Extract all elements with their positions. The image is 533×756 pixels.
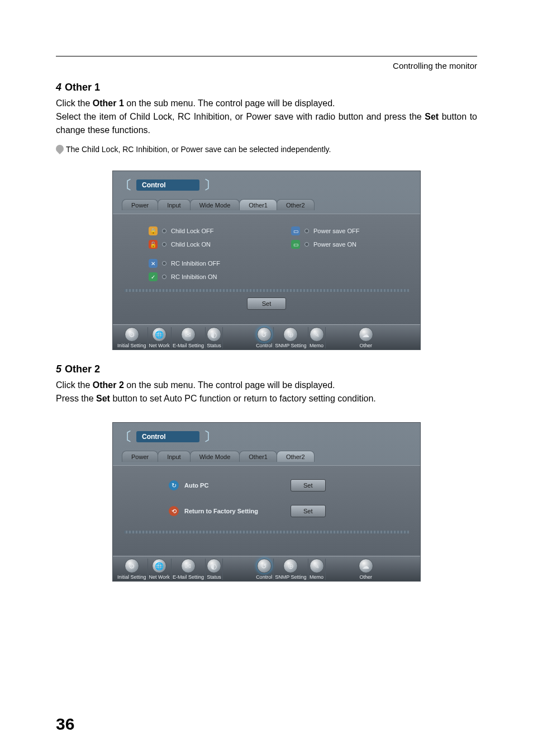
nav-control[interactable]: ↺Control bbox=[255, 327, 274, 348]
nav-label: Status bbox=[207, 343, 221, 348]
nav-control[interactable]: ↺Control bbox=[255, 559, 274, 580]
status-icon: ◐ bbox=[207, 559, 221, 573]
lock-open-icon: 🔓 bbox=[149, 240, 158, 249]
footer-nav: ⚙Initial Setting 🌐Net Work ✉E-Mail Setti… bbox=[113, 556, 420, 581]
nav-label: Memo bbox=[310, 574, 323, 580]
nav-label: Other bbox=[359, 574, 372, 580]
nav-label: Memo bbox=[310, 343, 323, 348]
set-button[interactable]: Set bbox=[247, 297, 287, 310]
nav-label: SNMP Setting bbox=[275, 574, 306, 580]
nav-label: Control bbox=[256, 574, 272, 580]
tab-other2[interactable]: Other2 bbox=[277, 199, 315, 210]
nav-memo[interactable]: ✎Memo bbox=[308, 327, 326, 348]
nav-label: Net Work bbox=[149, 574, 170, 580]
nav-other[interactable]: ☁Other bbox=[358, 327, 374, 348]
other-icon: ☁ bbox=[359, 559, 373, 573]
control-panel-other2: 〔 Control 〕 Power Input Wide Mode Other1… bbox=[112, 422, 421, 582]
radio-icon bbox=[162, 275, 166, 279]
nav-label: Initial Setting bbox=[117, 574, 146, 580]
section-number: 4 bbox=[56, 82, 61, 93]
radio-label: Power save OFF bbox=[313, 228, 360, 234]
nav-snmp-setting[interactable]: ⊕SNMP Setting bbox=[274, 559, 308, 580]
section-4-note: The Child Lock, RC Inhibition, or Power … bbox=[56, 145, 477, 154]
radio-label: RC Inhibition OFF bbox=[171, 260, 220, 267]
nav-net-work[interactable]: 🌐Net Work bbox=[148, 327, 172, 348]
nav-label: Control bbox=[256, 343, 272, 348]
bracket-icon: 〔 bbox=[120, 428, 132, 445]
nav-label: SNMP Setting bbox=[275, 343, 306, 348]
radio-icon bbox=[162, 261, 166, 266]
wrench-icon: ⚙ bbox=[125, 327, 139, 342]
monitor-on-icon: ▭ bbox=[291, 240, 300, 249]
note-text: The Child Lock, RC Inhibition, or Power … bbox=[66, 145, 331, 154]
radio-label: Child Lock ON bbox=[171, 241, 211, 248]
nav-initial-setting[interactable]: ⚙Initial Setting bbox=[116, 327, 148, 348]
tab-wide-mode[interactable]: Wide Mode bbox=[190, 199, 240, 210]
radio-icon bbox=[304, 242, 309, 247]
status-icon: ◐ bbox=[207, 327, 221, 342]
tabs-row: Power Input Wide Mode Other1 Other2 bbox=[122, 451, 413, 462]
nav-snmp-setting[interactable]: ⊕SNMP Setting bbox=[274, 327, 308, 348]
page-number: 36 bbox=[56, 715, 74, 734]
lock-closed-icon: 🔒 bbox=[149, 226, 158, 235]
mail-icon: ✉ bbox=[181, 327, 196, 342]
nav-label: E-Mail Setting bbox=[173, 574, 204, 580]
set-button-auto-pc[interactable]: Set bbox=[291, 479, 326, 492]
nav-label: E-Mail Setting bbox=[173, 343, 204, 348]
nav-status[interactable]: ◐Status bbox=[206, 327, 223, 348]
factory-reset-label: Return to Factory Setting bbox=[184, 508, 258, 514]
nav-memo[interactable]: ✎Memo bbox=[308, 559, 326, 580]
radio-label: Power save ON bbox=[313, 241, 356, 248]
nav-label: Net Work bbox=[149, 343, 170, 348]
tab-power[interactable]: Power bbox=[122, 199, 158, 210]
snmp-icon: ⊕ bbox=[283, 559, 298, 573]
nav-status[interactable]: ◐Status bbox=[206, 559, 223, 580]
nav-label: Initial Setting bbox=[117, 343, 146, 348]
radio-rc-inhibition-on[interactable]: ✓ RC Inhibition ON bbox=[124, 270, 266, 284]
nav-net-work[interactable]: 🌐Net Work bbox=[148, 559, 172, 580]
nav-label: Other bbox=[359, 343, 372, 348]
radio-rc-inhibition-off[interactable]: ✕ RC Inhibition OFF bbox=[124, 257, 266, 270]
globe-icon: 🌐 bbox=[152, 327, 166, 342]
footer-nav: ⚙Initial Setting 🌐Net Work ✉E-Mail Setti… bbox=[113, 324, 420, 349]
tab-other1[interactable]: Other1 bbox=[239, 451, 277, 462]
radio-label: Child Lock OFF bbox=[171, 228, 213, 234]
tabs-row: Power Input Wide Mode Other1 Other2 bbox=[122, 199, 413, 210]
tab-other2[interactable]: Other2 bbox=[277, 451, 315, 462]
nav-initial-setting[interactable]: ⚙Initial Setting bbox=[116, 559, 148, 580]
section-label: Other 2 bbox=[65, 363, 100, 375]
refresh-icon: ↻ bbox=[169, 480, 179, 490]
mail-icon: ✉ bbox=[181, 559, 196, 573]
reset-icon: ⟲ bbox=[169, 506, 179, 516]
tab-wide-mode[interactable]: Wide Mode bbox=[190, 451, 240, 462]
radio-child-lock-on[interactable]: 🔓 Child Lock ON bbox=[124, 238, 266, 251]
nav-label: Status bbox=[207, 574, 221, 580]
globe-icon: 🌐 bbox=[152, 559, 166, 573]
tab-other1[interactable]: Other1 bbox=[239, 199, 277, 210]
section-number: 5 bbox=[56, 363, 61, 375]
tab-power[interactable]: Power bbox=[122, 451, 158, 462]
nav-other[interactable]: ☁Other bbox=[358, 559, 374, 580]
section-5-title: 5Other 2 bbox=[56, 363, 477, 375]
memo-icon: ✎ bbox=[310, 559, 324, 573]
control-icon: ↺ bbox=[257, 559, 272, 573]
radio-power-save-on[interactable]: ▭ Power save ON bbox=[266, 238, 409, 251]
set-button-factory[interactable]: Set bbox=[291, 505, 326, 517]
radio-child-lock-off[interactable]: 🔒 Child Lock OFF bbox=[124, 224, 266, 238]
tab-input[interactable]: Input bbox=[158, 451, 190, 462]
remote-on-icon: ✓ bbox=[149, 272, 158, 281]
pencil-icon bbox=[54, 143, 65, 154]
radio-power-save-off[interactable]: ▭ Power save OFF bbox=[266, 224, 409, 238]
nav-e-mail-setting[interactable]: ✉E-Mail Setting bbox=[172, 327, 206, 348]
bracket-icon: 〕 bbox=[204, 177, 216, 193]
auto-pc-row: ↻ Auto PC Set bbox=[169, 479, 409, 492]
other-icon: ☁ bbox=[359, 327, 373, 342]
remote-off-icon: ✕ bbox=[149, 259, 158, 268]
radio-icon bbox=[304, 229, 309, 233]
panel-title: Control bbox=[136, 431, 199, 442]
control-panel-other1: 〔 Control 〕 Power Input Wide Mode Other1… bbox=[112, 171, 421, 350]
tab-input[interactable]: Input bbox=[158, 199, 190, 210]
nav-e-mail-setting[interactable]: ✉E-Mail Setting bbox=[172, 559, 206, 580]
header-section-title: Controlling the monitor bbox=[56, 61, 477, 70]
panel-title: Control bbox=[136, 179, 199, 191]
